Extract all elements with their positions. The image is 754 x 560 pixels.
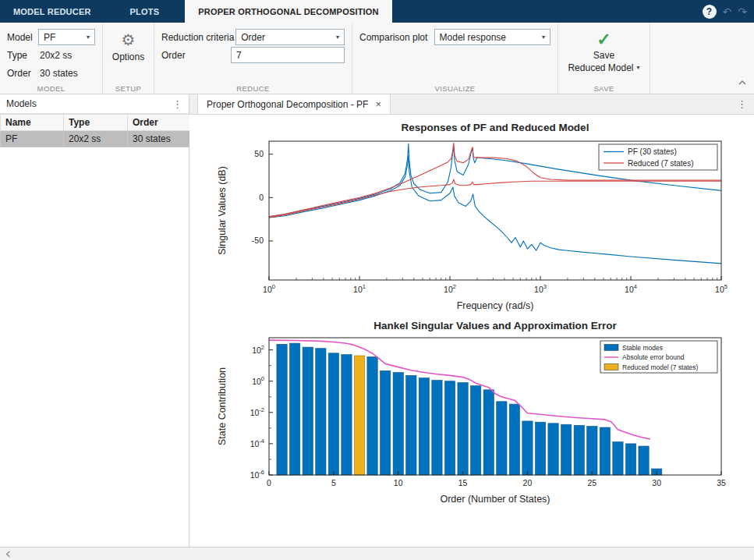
svg-text:-50: -50 xyxy=(252,236,264,245)
options-button[interactable]: ⚙ Options xyxy=(110,28,147,62)
models-col-name[interactable]: Name xyxy=(1,115,64,131)
table-row[interactable]: PF 20x2 ss 30 states xyxy=(1,131,190,147)
svg-text:50: 50 xyxy=(254,149,264,158)
visualize-section-title: VISUALIZE xyxy=(352,84,558,93)
ribbon-toolstrip: Model PF ▾ Type 20x2 ss Order 30 states … xyxy=(0,23,754,94)
tab-plots[interactable]: PLOTS xyxy=(117,0,173,23)
chevron-down-icon: ▾ xyxy=(331,34,339,41)
tab-model-reducer[interactable]: MODEL REDUCER xyxy=(0,0,104,23)
hsv-plot-wrap: Hankel Singular Values and Approximation… xyxy=(207,317,754,509)
svg-text:10: 10 xyxy=(394,478,403,487)
svg-text:Responses of PF and Reduced Mo: Responses of PF and Reduced Model xyxy=(402,122,589,133)
order-value: 30 states xyxy=(40,68,78,79)
svg-text:10-6: 10-6 xyxy=(250,469,264,480)
model-dropdown[interactable]: PF ▾ xyxy=(38,29,95,45)
models-panel-title: Models xyxy=(6,98,37,109)
undo-icon[interactable]: ↶ xyxy=(723,6,732,17)
setup-section-title: SETUP xyxy=(103,84,154,93)
order-label: Order xyxy=(7,68,40,79)
svg-text:0: 0 xyxy=(259,193,264,202)
svg-text:104: 104 xyxy=(625,283,637,294)
comparison-plot-value: Model response xyxy=(440,32,506,43)
svg-text:30: 30 xyxy=(652,478,661,487)
reduction-criteria-label: Reduction criteria xyxy=(161,32,235,43)
svg-text:State Contribution: State Contribution xyxy=(217,367,228,445)
document-tab-title: Proper Orthogonal Decomposition - PF xyxy=(207,99,368,110)
svg-text:10-2: 10-2 xyxy=(250,406,264,417)
reduction-criteria-value: Order xyxy=(241,32,265,43)
redo-icon[interactable]: ↷ xyxy=(738,6,747,17)
ribbon-section-reduce: Reduction criteria Order ▾ Order REDUCE xyxy=(154,23,352,94)
svg-text:Reduced model (7 states): Reduced model (7 states) xyxy=(622,363,698,371)
minimize-panel-icon[interactable] xyxy=(4,550,12,558)
save-section-title: SAVE xyxy=(558,84,650,93)
document-tabstrip: Proper Orthogonal Decomposition - PF × ⋮ xyxy=(189,94,754,115)
ribbon-section-setup: ⚙ Options SETUP xyxy=(103,23,154,94)
svg-text:105: 105 xyxy=(715,283,727,294)
save-reduced-model-button[interactable]: ✓ Save Reduced Model ▾ xyxy=(565,28,642,74)
models-table: Name Type Order PF 20x2 ss 30 states xyxy=(0,114,190,147)
comparison-plot-label: Comparison plot xyxy=(359,32,434,43)
models-col-type[interactable]: Type xyxy=(64,115,128,131)
app-toolstrip-tabbar: MODEL REDUCER PLOTS PROPER ORTHOGONAL DE… xyxy=(0,0,754,23)
model-dropdown-value: PF xyxy=(44,32,55,43)
status-bar xyxy=(0,547,754,560)
svg-text:Frequency (rad/s): Frequency (rad/s) xyxy=(457,300,534,311)
models-col-order[interactable]: Order xyxy=(128,115,190,131)
svg-text:101: 101 xyxy=(353,283,366,294)
type-label: Type xyxy=(7,50,40,61)
document-area: Proper Orthogonal Decomposition - PF × ⋮… xyxy=(189,94,754,547)
svg-text:15: 15 xyxy=(458,478,468,487)
document-tab-pod-pf[interactable]: Proper Orthogonal Decomposition - PF × xyxy=(197,94,391,114)
close-icon[interactable]: × xyxy=(375,98,381,110)
svg-text:Stable modes: Stable modes xyxy=(622,344,663,352)
model-section-title: MODEL xyxy=(0,84,102,93)
plots-container: Responses of PF and Reduced Model1001011… xyxy=(189,115,754,547)
response-plot-wrap: Responses of PF and Reduced Model1001011… xyxy=(207,118,754,314)
options-label: Options xyxy=(112,51,144,62)
svg-text:Reduced (7 states): Reduced (7 states) xyxy=(628,159,694,168)
titlebar-actions: ? ↶ ↷ xyxy=(703,0,754,23)
document-menu-icon[interactable]: ⋮ xyxy=(737,94,754,114)
svg-text:100: 100 xyxy=(263,283,275,294)
reduce-section-title: REDUCE xyxy=(154,84,352,93)
models-panel: Models ⋮ Name Type Order PF 20x2 ss 30 s… xyxy=(0,94,189,547)
response-plot: Responses of PF and Reduced Model1001011… xyxy=(207,118,745,314)
svg-text:102: 102 xyxy=(444,283,456,294)
save-button-line1: Save xyxy=(593,49,614,62)
svg-text:25: 25 xyxy=(587,478,596,487)
help-icon[interactable]: ? xyxy=(703,5,717,19)
model-type-cell[interactable]: 20x2 ss xyxy=(64,131,128,147)
tab-proper-orthogonal-decomposition[interactable]: PROPER ORTHOGONAL DECOMPOSITION xyxy=(185,0,392,23)
ribbon-section-visualize: Comparison plot Model response ▾ VISUALI… xyxy=(352,23,558,94)
svg-text:35: 35 xyxy=(717,478,726,487)
svg-text:Singular Values (dB): Singular Values (dB) xyxy=(217,166,228,255)
svg-text:100: 100 xyxy=(252,375,264,386)
model-order-cell[interactable]: 30 states xyxy=(128,131,190,147)
svg-text:Order (Number of States): Order (Number of States) xyxy=(440,494,550,505)
svg-text:10-4: 10-4 xyxy=(250,438,264,448)
chevron-down-icon: ▾ xyxy=(537,34,545,41)
hsv-plot: Hankel Singular Values and Approximation… xyxy=(207,317,745,509)
gear-icon: ⚙ xyxy=(122,30,136,49)
model-label: Model xyxy=(7,32,38,43)
ribbon-section-model: Model PF ▾ Type 20x2 ss Order 30 states … xyxy=(0,23,103,94)
collapse-ribbon-icon[interactable] xyxy=(738,76,747,90)
ribbon-section-save: ✓ Save Reduced Model ▾ SAVE xyxy=(558,23,650,94)
svg-text:Absolute error bound: Absolute error bound xyxy=(622,353,685,361)
workspace: Models ⋮ Name Type Order PF 20x2 ss 30 s… xyxy=(0,94,754,547)
order-input[interactable] xyxy=(231,47,345,63)
svg-text:102: 102 xyxy=(252,344,264,355)
models-panel-menu-icon[interactable]: ⋮ xyxy=(172,98,182,110)
svg-text:PF (30 states): PF (30 states) xyxy=(628,147,677,156)
reduction-criteria-dropdown[interactable]: Order ▾ xyxy=(235,29,345,45)
type-value: 20x2 ss xyxy=(40,50,72,61)
chevron-down-icon: ▾ xyxy=(82,34,90,41)
comparison-plot-dropdown[interactable]: Model response ▾ xyxy=(434,29,550,45)
reduce-order-label: Order xyxy=(161,50,231,61)
svg-text:20: 20 xyxy=(523,478,533,487)
chevron-down-icon: ▾ xyxy=(637,62,640,74)
model-name-cell[interactable]: PF xyxy=(1,131,64,147)
svg-text:Hankel Singular Values and App: Hankel Singular Values and Approximation… xyxy=(373,320,617,331)
svg-text:103: 103 xyxy=(534,283,547,294)
